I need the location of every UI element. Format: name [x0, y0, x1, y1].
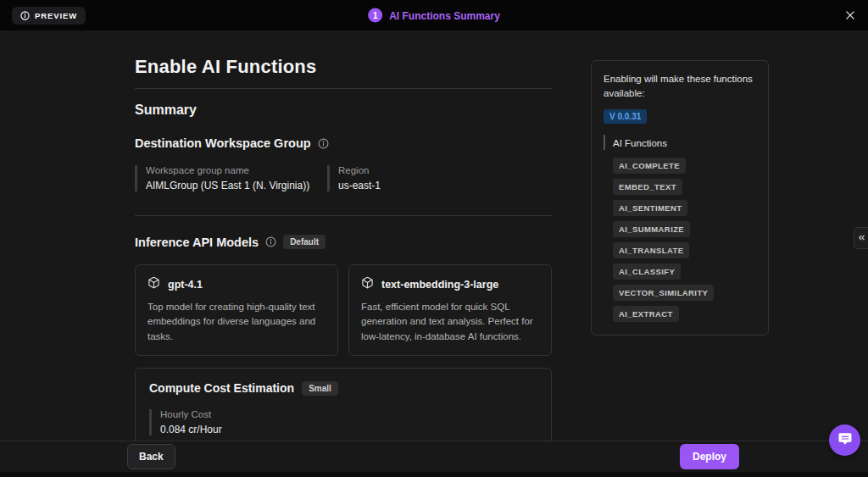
functions-group-label-row: AI Functions [604, 135, 756, 150]
function-tag: VECTOR_SIMILARITY [613, 285, 714, 301]
model-description: Fast, efficient model for quick SQL gene… [361, 300, 539, 344]
topbar: PREVIEW 1 AI Functions Summary [0, 0, 868, 31]
back-button[interactable]: Back [127, 444, 175, 469]
function-tag: AI_COMPLETE [613, 158, 686, 174]
info-icon[interactable] [265, 236, 276, 247]
side-panel-intro: Enabling will make these functions avail… [604, 72, 756, 102]
chat-bubble-icon [837, 431, 853, 450]
models-section-heading-row: Inference API Models Default [135, 235, 552, 249]
model-card-gpt: gpt-4.1 Top model for creating high-qual… [135, 264, 338, 356]
function-tag: AI_SENTIMENT [613, 200, 687, 216]
main-content: Enable AI Functions Summary Destination … [135, 31, 552, 452]
chat-launcher-button[interactable] [829, 424, 860, 456]
info-icon [20, 11, 30, 20]
workspace-fields: Workspace group name AIMLGroup (US East … [135, 165, 552, 191]
footer-bar: Back Deploy [0, 441, 868, 472]
divider [135, 88, 552, 89]
workspace-section-heading-row: Destination Workspace Group [135, 136, 552, 150]
function-tag-list: AI_COMPLETE EMBED_TEXT AI_SENTIMENT AI_S… [604, 158, 756, 322]
function-tag: AI_CLASSIFY [613, 263, 681, 280]
summary-heading: Summary [135, 103, 552, 118]
compute-cost-card: Compute Cost Estimation Small Hourly Cos… [135, 368, 552, 452]
collapse-panel-button[interactable] [854, 227, 868, 249]
model-card-header: text-embedding-3-large [361, 276, 539, 292]
field-label: Workspace group name [146, 165, 327, 175]
divider [135, 215, 552, 216]
page-title: Enable AI Functions [135, 56, 552, 78]
package-icon [361, 276, 374, 292]
field-value: 0.084 cr/Hour [160, 424, 537, 435]
model-description: Top model for creating high-quality text… [147, 300, 326, 344]
function-tag: AI_SUMMARIZE [613, 221, 690, 237]
region-field: Region us-east-1 [327, 165, 520, 191]
model-card-header: gpt-4.1 [147, 276, 326, 292]
workspace-group-name-field: Workspace group name AIMLGroup (US East … [135, 165, 327, 191]
workspace-section-heading: Destination Workspace Group [135, 136, 311, 150]
cost-card-title: Compute Cost Estimation [149, 381, 294, 395]
deploy-button[interactable]: Deploy [680, 444, 739, 469]
info-icon[interactable] [318, 138, 329, 149]
functions-side-panel: Enabling will make these functions avail… [591, 60, 769, 336]
models-section-heading: Inference API Models [135, 236, 259, 249]
step-number-badge: 1 [368, 8, 382, 23]
size-badge: Small [302, 381, 338, 396]
function-tag: AI_EXTRACT [613, 306, 679, 322]
model-cards: gpt-4.1 Top model for creating high-qual… [135, 264, 552, 356]
preview-label: PREVIEW [35, 11, 77, 20]
double-chevron-left-icon [857, 230, 866, 246]
step-label: AI Functions Summary [389, 9, 500, 21]
hourly-cost-field: Hourly Cost 0.084 cr/Hour [149, 409, 537, 435]
field-label: Hourly Cost [160, 409, 537, 419]
close-icon[interactable] [844, 9, 856, 21]
field-value: us-east-1 [338, 180, 520, 191]
preview-badge: PREVIEW [12, 7, 86, 25]
functions-group-label: AI Functions [613, 138, 667, 148]
function-tag: AI_TRANSLATE [613, 242, 689, 258]
field-label: Region [338, 165, 520, 175]
step-indicator: 1 AI Functions Summary [368, 8, 500, 23]
model-name: gpt-4.1 [168, 279, 203, 291]
field-value: AIMLGroup (US East 1 (N. Virginia)) [146, 180, 327, 191]
version-badge: V 0.0.31 [604, 109, 647, 124]
package-icon [147, 276, 160, 292]
cost-card-header: Compute Cost Estimation Small [149, 381, 537, 396]
function-tag: EMBED_TEXT [613, 179, 682, 195]
default-badge: Default [283, 235, 326, 249]
bottom-strip [0, 472, 868, 477]
model-name: text-embedding-3-large [381, 279, 498, 291]
model-card-embedding: text-embedding-3-large Fast, efficient m… [348, 264, 552, 356]
